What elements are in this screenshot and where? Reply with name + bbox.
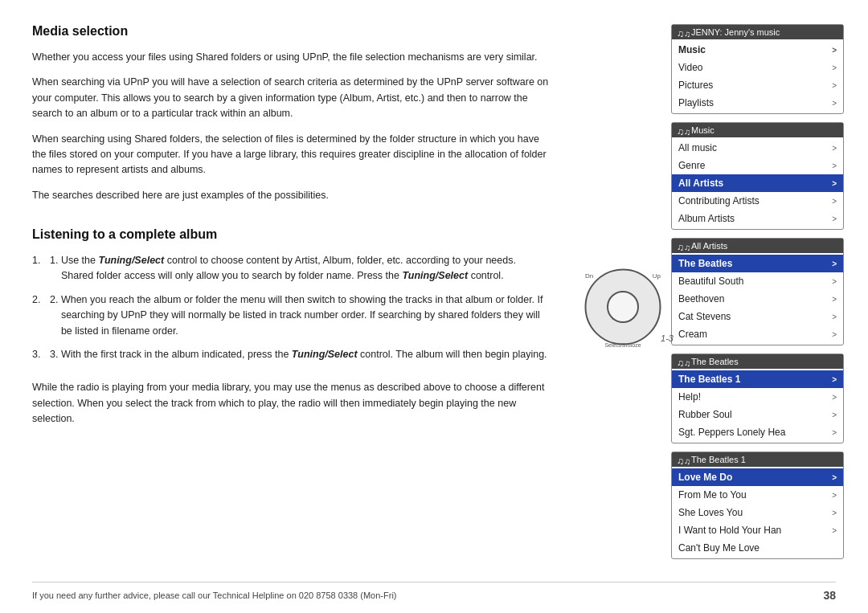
paragraph-4: The searches described here are just exa… [32, 188, 551, 203]
helpline-text: If you need any further advice, please c… [32, 591, 397, 600]
knob-label-up: Up [653, 272, 661, 280]
arrow-icon: > [832, 213, 837, 225]
menu-item-contributing[interactable]: Contributing Artists > [672, 192, 843, 210]
page-number: 38 [823, 589, 836, 602]
panel3-body: The Beatles > Beautiful South > Beethove… [672, 253, 843, 345]
music-icon-2: ♫ [677, 126, 688, 135]
arrow-icon: > [832, 160, 837, 172]
knob-area: Dn Up Select/Snooze 1-3 [575, 24, 671, 589]
arrow-icon: > [832, 178, 837, 190]
menu-item-beatles1[interactable]: The Beatles 1 > [672, 370, 843, 388]
arrow-icon: > [832, 391, 837, 403]
arrow-icon: > [832, 409, 837, 421]
menu-item-beatles[interactable]: The Beatles > [672, 255, 843, 272]
step-3: 3. With the first track in the album ind… [32, 347, 551, 362]
menu-item-cant-buy[interactable]: Can't Buy Me Love [672, 539, 843, 557]
menu-item-beethoven[interactable]: Beethoven > [672, 290, 843, 308]
menu-item-cat-stevens[interactable]: Cat Stevens > [672, 308, 843, 325]
arrow-icon: > [832, 311, 837, 323]
arrow-icon: > [832, 276, 837, 288]
arrow-icon: > [832, 472, 837, 484]
panel5-body: Love Me Do > From Me to You > She Loves … [672, 467, 843, 558]
step-1: 1. Use the Tuning/Select control to choo… [32, 253, 551, 284]
paragraph-5: While the radio is playing from your med… [32, 380, 551, 427]
arrow-icon: > [832, 62, 837, 74]
menu-item-rubber-soul[interactable]: Rubber Soul > [672, 406, 843, 423]
panel-beatles1-tracks: ♫ The Beatles 1 Love Me Do > From Me to … [671, 452, 844, 559]
arrow-icon: > [832, 195, 837, 207]
step-2: 2. When you reach the album or folder th… [32, 292, 551, 339]
music-icon-1: ♫ [677, 28, 688, 37]
paragraph-3: When searching using Shared folders, the… [32, 132, 551, 178]
menu-item-genre[interactable]: Genre > [672, 157, 843, 174]
panel1-body: Music > Video > Pictures > Playlists > [672, 39, 843, 113]
menu-item-sgt-peppers[interactable]: Sgt. Peppers Lonely Hea > [672, 423, 843, 441]
panel5-header: ♫ The Beatles 1 [672, 452, 843, 467]
panel-the-beatles: ♫ The Beatles The Beatles 1 > Help! > Ru… [671, 353, 844, 443]
music-icon-4: ♫ [677, 358, 688, 366]
knob-inner-button[interactable] [607, 291, 639, 323]
arrow-icon: > [832, 489, 837, 501]
arrow-icon: > [832, 427, 837, 439]
menu-item-i-want-to-hold[interactable]: I Want to Hold Your Han > [672, 521, 843, 539]
arrow-icon: > [832, 142, 837, 154]
panel2-header: ♫ Music [672, 123, 843, 137]
arrow-icon: > [832, 80, 837, 92]
arrow-icon: > [832, 507, 837, 519]
menu-item-cream[interactable]: Cream > [672, 325, 843, 343]
section2-title: Listening to a complete album [32, 227, 551, 242]
panel4-body: The Beatles 1 > Help! > Rubber Soul > Sg… [672, 369, 843, 443]
menu-item-album-artists[interactable]: Album Artists > [672, 210, 843, 227]
knob[interactable]: Dn Up Select/Snooze 1-3 [579, 263, 667, 351]
paragraph-2: When searching via UPnP you will have a … [32, 75, 551, 121]
panel-music: ♫ Music All music > Genre > All Artists … [671, 122, 844, 230]
panel2-body: All music > Genre > All Artists > Contri… [672, 137, 843, 229]
knob-step-number: 1-3 [661, 333, 674, 343]
arrow-icon: > [832, 97, 837, 109]
steps-list: 1. Use the Tuning/Select control to choo… [32, 253, 551, 370]
ui-panels: ♫ JENNY: Jenny's music Music > Video > P… [671, 24, 844, 589]
arrow-icon: > [832, 329, 837, 341]
menu-item-video[interactable]: Video > [672, 59, 843, 76]
arrow-icon: > [832, 258, 837, 270]
panel4-header: ♫ The Beatles [672, 354, 843, 369]
menu-item-beautiful-south[interactable]: Beautiful South > [672, 272, 843, 290]
panel3-header: ♫ All Artists [672, 239, 843, 253]
menu-item-all-music[interactable]: All music > [672, 139, 843, 157]
menu-item-playlists[interactable]: Playlists > [672, 94, 843, 112]
knob-label-dn: Dn [585, 272, 593, 280]
knob-select-label: Select/Snooze [604, 342, 641, 348]
menu-item-love-me-do[interactable]: Love Me Do > [672, 468, 843, 486]
music-icon-3: ♫ [677, 242, 688, 251]
menu-item-pictures[interactable]: Pictures > [672, 76, 843, 94]
arrow-icon: > [832, 525, 837, 537]
menu-item-from-me-to-you[interactable]: From Me to You > [672, 486, 843, 504]
paragraph-1: Whether you access your files using Shar… [32, 50, 551, 65]
footer: If you need any further advice, please c… [32, 582, 836, 602]
menu-item-help[interactable]: Help! > [672, 388, 843, 406]
section1-title: Media selection [32, 24, 551, 39]
panel-jenny: ♫ JENNY: Jenny's music Music > Video > P… [671, 24, 844, 114]
music-icon-5: ♫ [677, 456, 688, 464]
arrow-icon: > [832, 374, 837, 386]
panel1-header: ♫ JENNY: Jenny's music [672, 25, 843, 39]
menu-item-music[interactable]: Music > [672, 41, 843, 59]
menu-item-she-loves-you[interactable]: She Loves You > [672, 504, 843, 521]
panel-all-artists: ♫ All Artists The Beatles > Beautiful So… [671, 238, 844, 345]
arrow-icon: > [832, 293, 837, 305]
menu-item-all-artists[interactable]: All Artists > [672, 174, 843, 192]
arrow-icon: > [832, 44, 837, 56]
